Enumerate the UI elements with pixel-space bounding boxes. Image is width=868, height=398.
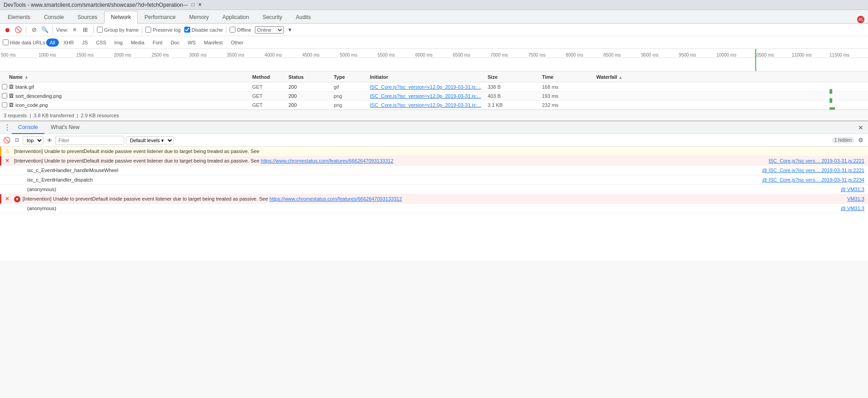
console-message: ⚠[Intervention] Unable to preventDefault… bbox=[0, 147, 868, 156]
cell-initiator-1[interactable]: ISC_Core.js?isc_version=v12.0p_2019-03-3… bbox=[366, 93, 484, 99]
cell-initiator-2[interactable]: ISC_Core.js?isc_version=v12.0p_2019-03-3… bbox=[366, 102, 484, 108]
timeline-tick: 3000 ms bbox=[188, 53, 226, 58]
filter-toggle-button[interactable]: ⊘ bbox=[29, 25, 38, 34]
record-button[interactable]: ⏺ bbox=[3, 25, 12, 34]
header-name[interactable]: Name ▲ bbox=[0, 74, 249, 80]
console-menu-button[interactable]: ⋮ bbox=[3, 123, 12, 132]
filter-doc[interactable]: Doc bbox=[167, 38, 183, 47]
console-top-button[interactable]: ⊡ bbox=[13, 136, 21, 144]
header-waterfall[interactable]: Waterfall ▲ bbox=[593, 74, 868, 80]
disable-cache-label[interactable]: Disable cache bbox=[184, 27, 223, 33]
timeline-tick: 4500 ms bbox=[301, 53, 339, 58]
disable-cache-checkbox[interactable] bbox=[184, 27, 190, 33]
header-time[interactable]: Time bbox=[538, 74, 593, 80]
close-bottom-panel-button[interactable]: ✕ bbox=[856, 123, 865, 132]
filter-ws[interactable]: WS bbox=[184, 38, 199, 47]
console-eye-button[interactable]: 👁 bbox=[45, 136, 53, 144]
row-checkbox-1[interactable] bbox=[2, 93, 7, 99]
filter-img[interactable]: Img bbox=[111, 38, 126, 47]
header-status[interactable]: Status bbox=[285, 74, 330, 80]
console-at-source[interactable]: @ VM31:3 bbox=[841, 205, 864, 212]
console-filter-input[interactable] bbox=[55, 136, 124, 145]
error-icon: ✕ bbox=[5, 157, 10, 164]
filter-css[interactable]: CSS bbox=[92, 38, 110, 47]
group-by-frame-label[interactable]: Group by frame bbox=[97, 27, 139, 33]
tab-whats-new[interactable]: What's New bbox=[44, 121, 86, 134]
minimize-button[interactable]: — bbox=[183, 2, 188, 8]
tab-security[interactable]: Security bbox=[256, 10, 289, 23]
console-source[interactable]: VM31:3 bbox=[847, 195, 864, 202]
maximize-button[interactable]: □ bbox=[192, 2, 195, 8]
console-tabs-bar: ⋮ Console What's New ✕ bbox=[0, 121, 868, 134]
clear-button[interactable]: 🚫 bbox=[14, 25, 23, 34]
console-source[interactable]: ISC_Core.js?isc vers… 2019-03-31.js:2221 bbox=[768, 157, 864, 164]
tab-console[interactable]: Console bbox=[37, 10, 71, 23]
error-icon: ✕ bbox=[5, 195, 10, 202]
tree-view-button[interactable]: ⊞ bbox=[81, 25, 90, 34]
error-badge: ▼ bbox=[14, 196, 20, 202]
hide-data-urls-checkbox[interactable] bbox=[3, 39, 9, 45]
offline-label[interactable]: Offline bbox=[230, 27, 251, 33]
timeline-tick: 11500 ms bbox=[829, 53, 866, 58]
search-button[interactable]: 🔍 bbox=[40, 25, 49, 34]
cell-time-0: 168 ms bbox=[538, 84, 593, 90]
tab-sources[interactable]: Sources bbox=[71, 10, 104, 23]
filter-bar: Hide data URLs All XHR JS CSS Img Media … bbox=[0, 36, 868, 49]
console-at-source[interactable]: @ VM31:3 bbox=[841, 186, 864, 193]
timeline-tick: 8000 ms bbox=[565, 53, 603, 58]
tab-memory[interactable]: Memory bbox=[182, 10, 216, 23]
timeline-tick: 2000 ms bbox=[113, 53, 151, 58]
console-msg-text: (anonymous) bbox=[27, 186, 835, 193]
toolbar-separator-4 bbox=[142, 26, 142, 34]
console-at-source[interactable]: @ ISC_Core.js?isc vers… 2019-03-31.js:22… bbox=[762, 167, 864, 174]
filter-manifest[interactable]: Manifest bbox=[200, 38, 226, 47]
tab-network[interactable]: Network bbox=[104, 11, 138, 24]
filter-media[interactable]: Media bbox=[127, 38, 148, 47]
list-view-button[interactable]: ≡ bbox=[70, 25, 79, 34]
offline-checkbox[interactable] bbox=[230, 27, 235, 33]
tab-audits[interactable]: Audits bbox=[289, 10, 317, 23]
hide-data-urls-label[interactable]: Hide data URLs bbox=[3, 39, 45, 45]
tab-performance[interactable]: Performance bbox=[138, 10, 182, 23]
console-link[interactable]: https://www.chromestatus.com/features/66… bbox=[261, 158, 393, 163]
table-row[interactable]: 🖼 sort_descending.png GET 200 png ISC_Co… bbox=[0, 91, 868, 101]
console-at-source[interactable]: @ ISC_Core.js?isc vers… 2019-03-31.js:22… bbox=[762, 176, 864, 183]
cell-method-1: GET bbox=[249, 93, 285, 99]
console-link[interactable]: https://www.chromestatus.com/features/66… bbox=[269, 196, 402, 201]
filter-font[interactable]: Font bbox=[149, 38, 166, 47]
tab-application[interactable]: Application bbox=[216, 10, 256, 23]
devtools-tabs-row: Elements Console Sources Network Perform… bbox=[0, 10, 868, 24]
filter-xhr[interactable]: XHR bbox=[60, 38, 77, 47]
network-presets-down[interactable]: ▾ bbox=[286, 25, 295, 34]
row-checkbox-0[interactable] bbox=[2, 84, 7, 90]
context-select[interactable]: top bbox=[23, 136, 43, 144]
row-icon-0: 🖼 bbox=[9, 84, 15, 89]
header-initiator[interactable]: Initiator bbox=[366, 74, 484, 80]
close-button[interactable]: ✕ bbox=[198, 2, 202, 8]
level-select[interactable]: Default levels ▾ bbox=[126, 136, 174, 144]
clear-console-button[interactable]: 🚫 bbox=[3, 136, 11, 144]
filter-js[interactable]: JS bbox=[78, 38, 91, 47]
group-by-frame-checkbox[interactable] bbox=[97, 27, 103, 33]
network-preset-select[interactable]: Online Fast 3G Slow 3G Offline bbox=[255, 26, 284, 34]
filter-other[interactable]: Other bbox=[227, 38, 247, 47]
header-method[interactable]: Method bbox=[249, 74, 285, 80]
bottom-panel: ⋮ Console What's New ✕ 🚫 ⊡ top 👁 bbox=[0, 120, 868, 261]
header-size[interactable]: Size bbox=[484, 74, 538, 80]
table-row[interactable]: 🖼 icon_code.png GET 200 png ISC_Core.js?… bbox=[0, 101, 868, 110]
cell-initiator-0[interactable]: ISC_Core.js?isc_version=v12.0p_2019-03-3… bbox=[366, 84, 484, 90]
filter-all[interactable]: All bbox=[46, 38, 59, 47]
console-message: (anonymous) @ VM31:3 bbox=[0, 204, 868, 213]
table-body: 🖼 blank.gif GET 200 gif ISC_Core.js?isc_… bbox=[0, 82, 868, 110]
hidden-count-badge[interactable]: 1 hidden bbox=[832, 137, 854, 143]
table-row[interactable]: 🖼 blank.gif GET 200 gif ISC_Core.js?isc_… bbox=[0, 82, 868, 91]
tab-elements[interactable]: Elements bbox=[1, 10, 37, 23]
row-checkbox-2[interactable] bbox=[2, 102, 7, 108]
console-settings-button[interactable]: ⚙ bbox=[856, 136, 865, 145]
cell-type-1: png bbox=[330, 93, 366, 99]
header-type[interactable]: Type bbox=[330, 74, 366, 80]
preserve-log-label[interactable]: Preserve log bbox=[145, 27, 181, 33]
network-requests-table: Name ▲ Method Status Type Initiator Size… bbox=[0, 72, 868, 110]
preserve-log-checkbox[interactable] bbox=[145, 27, 151, 33]
tab-console-bottom[interactable]: Console bbox=[12, 121, 44, 134]
